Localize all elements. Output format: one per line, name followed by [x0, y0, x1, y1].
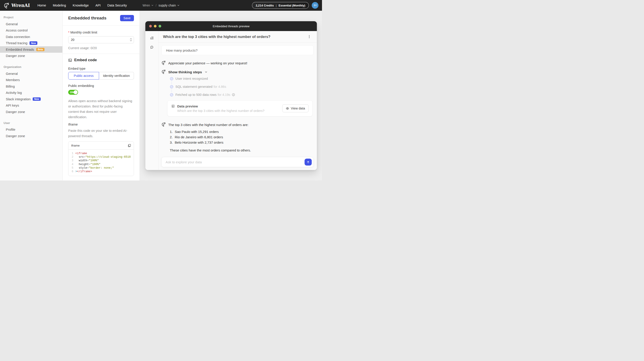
view-data-button[interactable]: View data — [282, 104, 308, 112]
assistant-message-patience: Appreciate your patience — working on yo… — [162, 60, 314, 65]
number-stepper[interactable] — [130, 38, 132, 41]
send-button[interactable] — [304, 159, 312, 166]
sidebar-item-general[interactable]: General — [0, 70, 62, 77]
show-thinking-steps-toggle[interactable]: Show thinking steps — [162, 69, 314, 74]
plan-name: Essential (Monthly) — [278, 4, 305, 7]
nav-link-knowledge[interactable]: Knowledge — [73, 3, 89, 7]
credit-limit-input[interactable] — [68, 36, 134, 43]
sidebar-item-data-connection[interactable]: Data connection — [0, 33, 62, 40]
breadcrumb-project[interactable]: Wren — [143, 3, 154, 7]
embed-type-public-access[interactable]: Public access — [68, 72, 99, 79]
sidebar-section-user: UserProfileDanger zone — [0, 119, 62, 139]
answer-outro: These cities have the most orders compar… — [170, 148, 314, 152]
code-body[interactable]: 1<iframe2 src="https://cloud-staging-651… — [68, 150, 134, 176]
toggle-knob — [74, 90, 78, 94]
thread-more-menu[interactable] — [308, 35, 311, 38]
badge-beta: Beta — [36, 48, 44, 51]
code-line-number: 2 — [70, 155, 73, 159]
public-embedding-toggle[interactable]: ON — [68, 90, 78, 95]
code-line: 1<iframe — [70, 152, 132, 155]
code-token: = — [87, 166, 89, 170]
close-window-button[interactable] — [149, 25, 152, 27]
check-circle-icon — [170, 77, 173, 80]
breadcrumb-resource[interactable]: supply chain — [158, 3, 180, 7]
iframe-code-card: Iframe 1<iframe2 src="https://cloud-stag… — [68, 141, 134, 176]
table-icon — [171, 104, 175, 108]
nav-link-modeling[interactable]: Modeling — [53, 3, 66, 7]
sidebar-item-members[interactable]: Members — [0, 77, 62, 83]
public-embedding-label: Public embedding — [68, 84, 134, 88]
logo-text: WrenAI — [12, 3, 30, 8]
wren-bird-icon — [4, 2, 10, 8]
zoom-window-button[interactable] — [158, 25, 161, 27]
sidebar-item-activity-log[interactable]: Activity log — [0, 90, 62, 96]
info-icon[interactable] — [232, 93, 235, 96]
iframe-help-text: Paste this code on your site to embed AI… — [68, 128, 134, 139]
minimize-window-button[interactable] — [154, 25, 156, 27]
sidebar-item-thread-tracing[interactable]: Thread tracingNew — [0, 40, 62, 46]
sidebar-item-label: General — [6, 72, 18, 75]
step-connector — [172, 81, 314, 84]
nav-link-api[interactable]: API — [96, 3, 100, 7]
answer-list-item: 2.Rio de Janeiro with 6,801 orders — [170, 134, 314, 140]
breadcrumb: Wren / supply chain — [143, 3, 180, 7]
sidebar-item-label: General — [6, 22, 18, 26]
code-card-title: Iframe — [71, 144, 80, 147]
step-label: User intent recognized — [176, 77, 208, 80]
chevron-down-icon — [205, 71, 207, 73]
sidebar-item-label: Embedded threads — [6, 47, 34, 51]
sidebar-item-general[interactable]: General — [0, 21, 62, 27]
sidebar-item-danger-zone[interactable]: Danger zone — [0, 53, 62, 59]
sidebar-section-label: Organization — [0, 63, 62, 70]
nav-link-data-security[interactable]: Data Security — [107, 3, 127, 7]
eye-icon — [286, 107, 289, 110]
step-connector — [172, 89, 314, 92]
sidebar-item-embedded-threads[interactable]: Embedded threadsBeta — [0, 46, 62, 53]
save-button[interactable]: Save — [120, 15, 134, 21]
answer-list-item: 1.Sao Paulo with 15,291 orders — [170, 129, 314, 134]
sidebar-item-slack-integration[interactable]: Slack integrationNew — [0, 96, 62, 102]
credit-limit-label: * Monthly credit limit — [68, 31, 134, 34]
stepper-up-icon — [130, 38, 132, 39]
code-token — [75, 159, 79, 162]
answer-item-text: Rio de Janeiro with 6,801 orders — [175, 134, 223, 140]
nav-link-home[interactable]: Home — [37, 3, 46, 7]
embed-code-heading: Embed code — [68, 58, 134, 62]
preview-mini-sidebar — [145, 31, 158, 170]
code-token: <iframe — [75, 152, 87, 155]
divider — [62, 25, 140, 26]
step-label: Fetched up to 500 data rows — [176, 93, 217, 96]
sidebar-section-label: User — [0, 119, 62, 126]
pending-question-card: How many products? — [162, 45, 314, 55]
sidebar-item-api-keys[interactable]: API keys — [0, 102, 62, 109]
sidebar-item-profile[interactable]: Profile — [0, 126, 62, 133]
copy-code-button[interactable] — [128, 144, 131, 147]
new-thread-chat-icon[interactable] — [150, 45, 154, 49]
embed-type-identity-verification[interactable]: Identity verification — [99, 72, 134, 79]
sidebar-item-label: API keys — [6, 103, 19, 107]
thinking-step-user-intent-recognized: User intent recognized — [170, 77, 314, 81]
sidebar-item-access-control[interactable]: Access control — [0, 27, 62, 34]
main-layout: ProjectGeneralAccess controlData connect… — [0, 11, 322, 180]
kebab-menu-icon — [308, 35, 311, 38]
sidebar-item-danger-zone[interactable]: Danger zone — [0, 109, 62, 115]
wrenai-logo[interactable]: WrenAI — [4, 2, 30, 8]
pill-separator: | — [276, 4, 276, 7]
preview-region: Embedded threads preview Which are the t… — [140, 11, 322, 180]
avatar[interactable]: IH — [312, 2, 318, 9]
public-embedding-description: Allows open access without backend signi… — [68, 98, 134, 120]
sidebar-item-billing[interactable]: Billing — [0, 83, 62, 90]
credits-plan-pill[interactable]: 2,214 Credits | Essential (Monthly) — [252, 2, 309, 9]
iframe-label: Iframe — [68, 122, 134, 126]
ask-input[interactable] — [166, 160, 305, 164]
thread-list-toggle-icon[interactable] — [150, 36, 154, 40]
step-duration: for 4.86s — [214, 85, 226, 88]
credit-limit-field-wrap — [68, 36, 134, 43]
wren-bird-icon — [162, 122, 166, 127]
usage-text: Current usage: 0/20 — [68, 46, 134, 50]
sidebar-item-label: Data connection — [6, 35, 30, 39]
sidebar-item-danger-zone[interactable]: Danger zone — [0, 133, 62, 139]
navbar-right: 2,214 Credits | Essential (Monthly) IH — [252, 2, 318, 9]
sidebar-item-label: Access control — [6, 28, 28, 32]
code-line: 5 style="border: none;" — [70, 166, 132, 170]
